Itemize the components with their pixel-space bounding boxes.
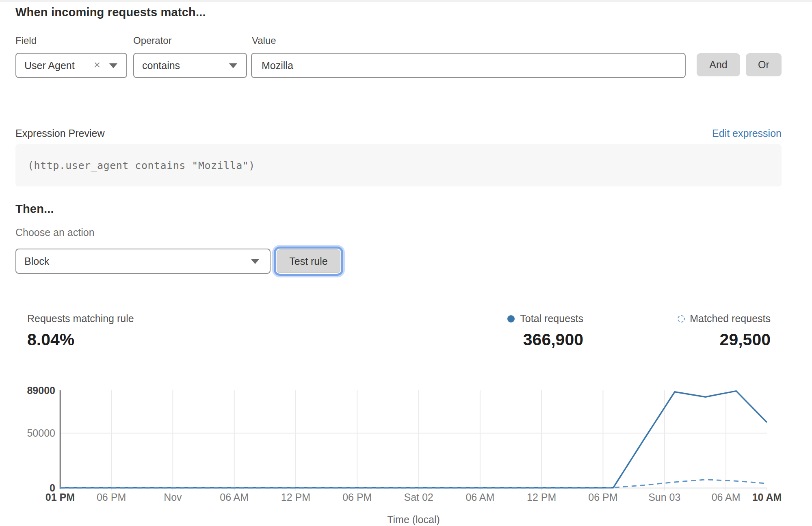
x-tick-label: Sun 03 bbox=[648, 491, 680, 503]
matched-requests-value: 29,500 bbox=[720, 330, 771, 349]
action-select[interactable]: Block bbox=[15, 249, 271, 274]
x-tick-label: 06 AM bbox=[466, 491, 494, 503]
value-input-wrap bbox=[251, 53, 686, 78]
x-tick-label: 12 PM bbox=[281, 491, 310, 503]
field-label: Field bbox=[15, 35, 37, 46]
series-line-dashed bbox=[60, 480, 767, 488]
total-requests-label: Total requests bbox=[520, 313, 583, 325]
matched-requests-stat: Matched requests 29,500 bbox=[678, 313, 771, 349]
expression-preview-box: (http.user_agent contains "Mozilla") bbox=[15, 144, 782, 186]
then-heading: Then... bbox=[15, 202, 54, 216]
x-tick-label: 12 PM bbox=[527, 491, 556, 503]
field-select-value: User Agent bbox=[24, 60, 75, 71]
or-button[interactable]: Or bbox=[746, 53, 782, 76]
chevron-down-icon bbox=[109, 63, 117, 68]
requests-chart-wrap: 0500008900001 PM06 PMNov06 AM12 PM06 PMS… bbox=[0, 382, 812, 526]
operator-select-value: contains bbox=[142, 60, 180, 71]
edit-expression-link[interactable]: Edit expression bbox=[712, 128, 782, 139]
dashed-circle-legend-icon bbox=[678, 315, 685, 323]
x-tick-label: 06 PM bbox=[342, 491, 372, 503]
x-tick-label: Nov bbox=[164, 491, 182, 503]
requests-matching-label: Requests matching rule bbox=[27, 313, 134, 325]
x-tick-label: Sat 02 bbox=[404, 491, 433, 503]
firewall-rule-editor: When incoming requests match... Field Op… bbox=[0, 0, 812, 526]
clear-icon[interactable]: × bbox=[94, 59, 100, 71]
action-select-value: Block bbox=[24, 255, 49, 267]
top-scroll-edge bbox=[0, 0, 812, 2]
y-tick-label: 50000 bbox=[27, 427, 55, 439]
value-label: Value bbox=[252, 35, 276, 46]
requests-chart: 0500008900001 PM06 PMNov06 AM12 PM06 PMS… bbox=[0, 382, 812, 526]
solid-dot-legend-icon bbox=[507, 315, 515, 323]
operator-select[interactable]: contains bbox=[133, 53, 247, 78]
x-axis-title: Time (local) bbox=[387, 514, 440, 525]
choose-action-label: Choose an action bbox=[15, 227, 95, 238]
total-requests-stat: Total requests 366,900 bbox=[507, 313, 583, 349]
expression-preview-label: Expression Preview bbox=[15, 128, 105, 139]
test-rule-button[interactable]: Test rule bbox=[277, 249, 340, 273]
field-select[interactable]: User Agent × bbox=[15, 53, 127, 78]
x-tick-label: 01 PM bbox=[45, 491, 75, 503]
y-tick-label: 89000 bbox=[27, 385, 55, 396]
expression-code: (http.user_agent contains "Mozilla") bbox=[28, 160, 255, 171]
requests-matching-value: 8.04% bbox=[27, 330, 134, 349]
value-input[interactable] bbox=[261, 59, 676, 72]
series-line-solid bbox=[60, 391, 767, 488]
matched-requests-label: Matched requests bbox=[690, 313, 771, 325]
x-tick-label: 06 PM bbox=[97, 491, 126, 503]
and-button[interactable]: And bbox=[697, 53, 740, 76]
x-tick-label: 06 PM bbox=[588, 491, 617, 503]
x-tick-label: 10 AM bbox=[752, 491, 782, 503]
total-requests-value: 366,900 bbox=[523, 330, 583, 349]
requests-matching-stat: Requests matching rule 8.04% bbox=[27, 313, 134, 349]
chevron-down-icon bbox=[229, 63, 237, 68]
operator-label: Operator bbox=[133, 35, 172, 46]
x-tick-label: 06 AM bbox=[712, 491, 741, 503]
x-tick-label: 06 AM bbox=[220, 491, 249, 503]
chevron-down-icon bbox=[251, 259, 259, 264]
match-heading: When incoming requests match... bbox=[15, 6, 206, 19]
